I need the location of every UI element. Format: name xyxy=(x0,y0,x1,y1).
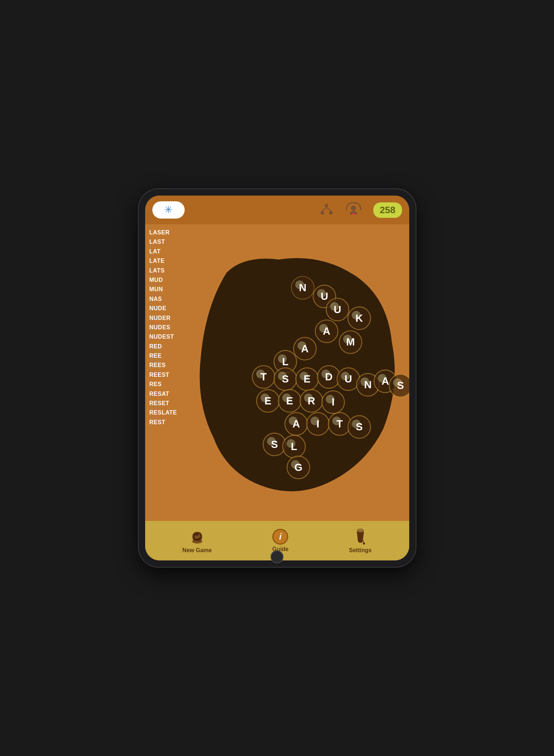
word-item: LATE xyxy=(149,256,188,266)
word-list: LASERLASTLATLATELATSMUDMUNNASNUDENUDERNU… xyxy=(145,224,192,521)
guide-icon: i xyxy=(272,529,288,545)
word-item: RESET xyxy=(149,399,188,408)
svg-text:M: M xyxy=(346,336,355,348)
word-item: RES xyxy=(149,380,188,389)
header: ✳ xyxy=(145,196,409,224)
word-item: RESAT xyxy=(149,389,188,399)
word-item: NAS xyxy=(149,294,188,304)
svg-text:I: I xyxy=(332,396,334,408)
svg-text:A: A xyxy=(381,375,389,387)
snowflake-icon: ✳ xyxy=(164,205,172,215)
svg-point-1 xyxy=(320,211,324,215)
svg-point-2 xyxy=(329,211,333,215)
main-content: LASERLASTLATLATELATSMUDMUNNASNUDENUDERNU… xyxy=(145,224,409,521)
new-game-button[interactable]: New Game xyxy=(183,528,212,554)
word-item: RED xyxy=(149,342,188,351)
svg-text:L: L xyxy=(291,441,297,452)
svg-text:K: K xyxy=(355,312,363,324)
word-item: LATS xyxy=(149,266,188,275)
score-badge: 258 xyxy=(373,202,402,218)
svg-text:A: A xyxy=(292,418,300,430)
svg-text:E: E xyxy=(286,395,293,407)
svg-text:U: U xyxy=(320,290,328,302)
word-item: LAT xyxy=(149,247,188,256)
game-area[interactable]: N U U K A xyxy=(192,224,409,521)
word-item: RESLATE xyxy=(149,408,188,417)
word-item: MUN xyxy=(149,285,188,294)
svg-line-3 xyxy=(322,207,327,211)
word-item: NUDER xyxy=(149,313,188,323)
header-icons: 258 xyxy=(319,201,402,219)
svg-text:G: G xyxy=(294,462,303,473)
svg-text:L: L xyxy=(282,356,288,367)
word-item: REES xyxy=(149,361,188,370)
word-item: NUDEST xyxy=(149,332,188,342)
word-item: NUDES xyxy=(149,323,188,332)
svg-text:T: T xyxy=(336,418,343,430)
word-item: NUDE xyxy=(149,304,188,313)
word-item: LASER xyxy=(149,228,188,237)
settings-icon xyxy=(351,528,369,546)
snowflake-button[interactable]: ✳ xyxy=(152,201,185,219)
svg-text:N: N xyxy=(364,379,371,390)
svg-text:U: U xyxy=(333,304,341,315)
guide-button[interactable]: i Guide xyxy=(272,529,288,553)
new-game-label: New Game xyxy=(183,547,212,554)
svg-text:D: D xyxy=(325,371,332,382)
svg-text:E: E xyxy=(264,395,271,407)
svg-rect-6 xyxy=(352,213,355,215)
device-frame: ✳ xyxy=(139,189,416,567)
svg-text:U: U xyxy=(345,373,352,385)
svg-text:S: S xyxy=(356,421,363,432)
svg-text:S: S xyxy=(282,373,288,385)
svg-text:S: S xyxy=(271,439,278,450)
svg-point-5 xyxy=(351,206,356,211)
settings-button[interactable]: Settings xyxy=(349,528,371,554)
svg-text:E: E xyxy=(303,373,310,385)
svg-text:N: N xyxy=(299,282,306,293)
word-item: REST xyxy=(149,418,188,427)
svg-text:S: S xyxy=(397,380,404,391)
svg-point-0 xyxy=(325,204,328,207)
svg-line-4 xyxy=(327,207,331,211)
game-blob: N U U K A xyxy=(192,224,409,521)
svg-text:A: A xyxy=(301,343,309,354)
svg-text:A: A xyxy=(323,325,330,337)
home-button[interactable] xyxy=(271,550,283,563)
svg-text:T: T xyxy=(260,371,267,382)
new-game-icon xyxy=(188,528,206,546)
settings-label: Settings xyxy=(349,547,371,554)
network-icon[interactable] xyxy=(319,203,334,217)
word-item: MUD xyxy=(149,275,188,285)
word-item: REEST xyxy=(149,370,188,380)
word-item: REE xyxy=(149,351,188,361)
player-icon[interactable] xyxy=(345,201,363,219)
svg-text:R: R xyxy=(308,395,315,407)
svg-text:I: I xyxy=(316,418,319,430)
word-item: LAST xyxy=(149,237,188,247)
device-screen: ✳ xyxy=(145,196,409,560)
